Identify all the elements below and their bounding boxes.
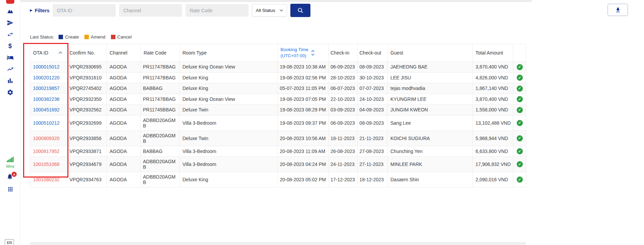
- bookings-table: OTA ID Confirm No. Channel Rate Code Roo…: [30, 44, 526, 187]
- legend-item-create: Create: [59, 34, 79, 40]
- rate-code-cell: BABBAG: [141, 83, 180, 94]
- success-check-icon: ✓: [517, 120, 523, 126]
- total-amount-cell: 3,870,400 VND: [473, 62, 513, 73]
- check-out-cell: 21-11-2023: [358, 131, 388, 146]
- sidebar-nav: $: [0, 8, 20, 96]
- table-header-row: OTA ID Confirm No. Channel Rate Code Roo…: [30, 44, 526, 62]
- ota-id-link[interactable]: 1000817952: [33, 149, 60, 154]
- col-header-ota-id[interactable]: OTA ID: [30, 44, 67, 62]
- ota-id-link[interactable]: 1000382236: [33, 96, 60, 102]
- success-check-icon: ✓: [517, 75, 523, 81]
- language-toggle[interactable]: EN: [5, 239, 14, 245]
- rate-code-cell: PR11745BBAG: [141, 105, 180, 116]
- check-out-cell: 08-09-2023: [358, 62, 388, 73]
- room-type-cell: Deluxe Twin: [180, 131, 278, 146]
- booking-time-cell: 20-08-2023 10:56 AM: [278, 131, 329, 146]
- apps-grid-icon[interactable]: [6, 186, 14, 193]
- room-type-cell: Deluxe King: [180, 172, 278, 187]
- confirm-no-cell: VPQR2932699: [67, 115, 107, 131]
- success-check-icon: ✓: [517, 107, 523, 113]
- legend-create-label: Create: [65, 34, 79, 40]
- create-color-swatch: [59, 35, 63, 39]
- guest-cell: JUNGIM KWEON: [388, 105, 473, 116]
- col-header-channel: Channel: [107, 44, 141, 62]
- guest-cell: LEE JISU: [388, 72, 473, 83]
- status-select-value: All Status: [256, 8, 275, 13]
- ota-id-link[interactable]: 1000809320: [33, 136, 60, 141]
- filters-label: Filters: [35, 8, 50, 13]
- ota-id-link[interactable]: 1001051068: [33, 162, 60, 167]
- ota-id-link[interactable]: 1000015012: [33, 64, 60, 70]
- area-chart-icon[interactable]: [4, 8, 16, 15]
- download-button[interactable]: [608, 4, 628, 16]
- sidebar-status-cluster: 56ms 4: [0, 157, 20, 193]
- swap-arrows-icon[interactable]: [4, 31, 16, 38]
- confirm-no-cell: VPQR2933856: [67, 131, 107, 146]
- rate-code-cell: BABBAG: [141, 146, 180, 157]
- bed-icon[interactable]: [4, 54, 16, 61]
- booking-time-cell: 05-07-2023 11:05 PM: [278, 83, 329, 94]
- total-amount-cell: 2,090,016 VND: [473, 172, 513, 187]
- booking-time-cell: 20-08-2023 05:02 PM: [278, 172, 329, 187]
- rate-code-cell: ADBBD20AGMB: [141, 115, 180, 131]
- success-check-icon: ✓: [517, 135, 523, 141]
- check-in-cell: 28-10-2023: [329, 72, 358, 83]
- booking-time-cell: 19-08-2023 09:37 PM: [278, 115, 329, 131]
- check-in-cell: 06-09-2023: [329, 115, 358, 131]
- col-header-total-amount: Total Amount: [473, 44, 513, 62]
- rate-code-input[interactable]: [186, 4, 248, 17]
- ota-id-link[interactable]: 1000219857: [33, 86, 60, 91]
- chevron-down-icon: [279, 9, 283, 12]
- check-out-cell: 07-07-2023: [358, 83, 388, 94]
- confirm-no-cell: VPQR2934679: [67, 157, 107, 172]
- channel-input[interactable]: [119, 4, 182, 17]
- rate-code-cell: PR11747BBAG: [141, 94, 180, 105]
- check-in-cell: 17-12-2023: [329, 172, 358, 187]
- dollar-icon[interactable]: $: [4, 43, 16, 49]
- success-check-icon: ✓: [517, 161, 523, 167]
- total-amount-cell: 13,102,488 VND: [473, 115, 513, 131]
- top-cutoff-strip: [20, 0, 532, 2]
- total-amount-cell: 3,870,400 VND: [473, 94, 513, 105]
- total-amount-cell: 4,826,000 VND: [473, 72, 513, 83]
- confirm-no-cell: VPQR2931610: [67, 72, 107, 83]
- paper-plane-icon[interactable]: [4, 19, 16, 26]
- confirm-no-cell: VPQR2930695: [67, 62, 107, 73]
- trending-up-icon[interactable]: [4, 66, 16, 73]
- table-row: 1001051068 VPQR2934679 AGODA ADBBD20AGMB…: [30, 157, 526, 172]
- check-in-cell: 22-10-2023: [329, 94, 358, 105]
- booking-time-cell: 19-08-2023 07:05 PM: [278, 94, 329, 105]
- ota-id-link[interactable]: 1001080232: [33, 177, 60, 182]
- ota-id-link[interactable]: 1000510212: [33, 120, 60, 126]
- check-out-cell: 24-10-2023: [358, 94, 388, 105]
- col-header-booking-time[interactable]: Booking Time (UTC+07:00): [278, 44, 329, 62]
- room-type-cell: Villa 3-Bedroom: [180, 157, 278, 172]
- col-header-check-out: Check-out: [358, 44, 388, 62]
- amend-color-swatch: [84, 35, 89, 39]
- check-in-cell: 03-09-2023: [329, 105, 358, 116]
- search-button[interactable]: [290, 4, 310, 17]
- booking-time-cell: 20-08-2023 11:09 AM: [278, 146, 329, 157]
- channel-cell: AGODA: [107, 72, 141, 83]
- gear-icon[interactable]: [4, 89, 16, 96]
- status-select[interactable]: All Status: [252, 4, 287, 17]
- table-row: 1000809320 VPQR2933856 AGODA ADBBD20AGMB…: [30, 131, 526, 146]
- ota-id-link[interactable]: 1000451692: [33, 107, 60, 112]
- total-amount-cell: 6,633,800 VND: [473, 146, 513, 157]
- confirm-no-cell: VPQR2932562: [67, 105, 107, 116]
- guest-cell: KYUNGRIM LEE: [388, 94, 473, 105]
- channel-cell: AGODA: [107, 146, 141, 157]
- app-logo[interactable]: [6, 0, 14, 4]
- ota-id-link[interactable]: 1000201220: [33, 75, 60, 80]
- col-header-guest: Guest: [388, 44, 473, 62]
- guest-cell: tejas modhvadia: [388, 83, 473, 94]
- filters-toggle[interactable]: ▶ Filters: [30, 8, 49, 13]
- bar-chart-icon[interactable]: [4, 77, 16, 84]
- rate-code-cell: ADBBD20AGMB: [141, 157, 180, 172]
- check-out-cell: 27-11-2023: [358, 157, 388, 172]
- confirm-no-cell: VPQR2933871: [67, 146, 107, 157]
- channel-cell: AGODA: [107, 115, 141, 131]
- notifications-bell-icon[interactable]: 4: [6, 173, 14, 181]
- ota-id-input[interactable]: [53, 4, 116, 17]
- room-type-cell: Villa 3-Bedroom: [180, 115, 278, 131]
